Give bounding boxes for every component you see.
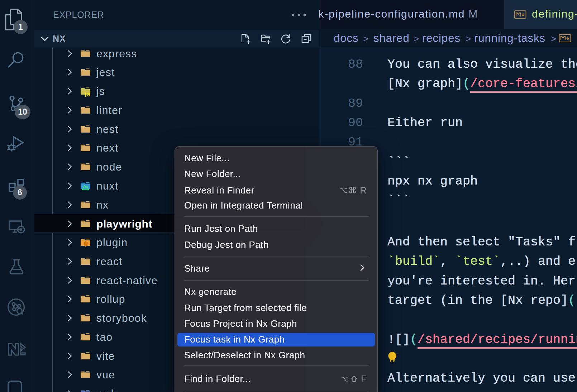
svg-text:js: js: [85, 90, 91, 97]
